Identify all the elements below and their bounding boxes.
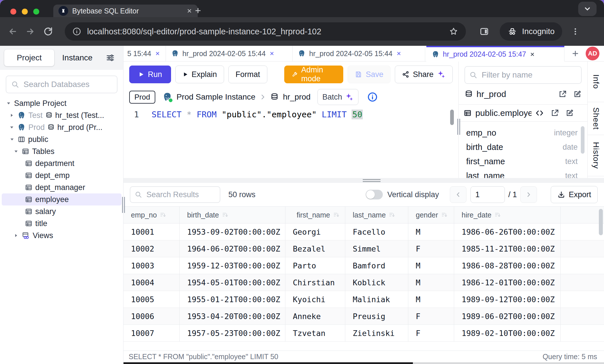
close-window-button[interactable] [10,9,16,15]
editor-tab-3-active[interactable]: hr_prod 2024-02-05 15:47 [426,46,564,62]
format-button[interactable]: Format [228,66,267,83]
browser-tab-close-icon[interactable] [186,8,193,14]
minimize-window-button[interactable] [22,9,28,15]
tree-item-dept-emp[interactable]: dept_emp [0,169,123,181]
explain-button[interactable]: Explain [175,66,224,83]
tree-item-hr-prod[interactable]: Prod hr_prod (Pr... [0,121,123,133]
database-name[interactable]: hr_prod [283,92,311,102]
editor-tab-0[interactable]: 5 15:44 [123,46,166,61]
browser-tab[interactable]: Bytebase SQL Editor [53,5,198,17]
reload-icon[interactable] [43,26,53,37]
tree-item-title[interactable]: title [0,217,123,230]
column-row[interactable]: first_name text [466,154,578,169]
header-cell[interactable]: first_name [285,207,345,223]
table-row[interactable]: 100021964-06-02T00:00:00ZBezalelSimmelF1… [123,240,604,257]
caret-down-icon[interactable] [9,125,15,130]
tree-item-public-schema[interactable]: public [0,133,123,145]
external-link-icon[interactable] [558,90,567,98]
caret-down-icon[interactable] [13,149,19,154]
caret-right-icon[interactable] [13,233,19,238]
close-tab-icon[interactable] [530,52,535,57]
table-row[interactable]: 100071957-05-23T00:00:00ZTzvetanZielinsk… [123,325,604,342]
editor-tab-2[interactable]: hr_prod 2024-02-05 15:44 [293,46,425,61]
close-tab-icon[interactable] [396,51,402,56]
user-avatar[interactable]: AD [586,47,599,60]
search-databases-input[interactable] [23,80,112,89]
edit-icon[interactable] [565,109,574,117]
caret-right-icon[interactable] [9,113,15,118]
table-scrollbar-thumb[interactable] [599,209,603,235]
header-cell[interactable]: birth_date [180,207,285,223]
run-button[interactable]: Run [129,66,171,83]
results-splitter[interactable] [123,178,604,183]
tree-item-salary[interactable]: salary [0,205,123,217]
results-search[interactable] [130,186,220,203]
url-bar[interactable]: localhost:8080/sql-editor/prod-sample-in… [65,22,466,41]
back-icon[interactable] [7,26,18,37]
sort-icon[interactable] [333,211,340,218]
filter-by-name-input[interactable] [481,70,577,80]
browser-menu-icon[interactable] [571,27,580,36]
table-row[interactable]: 100051955-01-21T00:00:00ZKyoichiMaliniak… [123,291,604,308]
external-link-icon[interactable] [550,109,559,117]
code-icon[interactable] [535,108,544,118]
tab-search-button[interactable] [578,2,597,16]
tree-item-sample-project[interactable]: Sample Project [0,97,123,109]
share-button[interactable]: Share [395,66,453,83]
edit-icon[interactable] [573,90,582,98]
sort-icon[interactable] [494,211,501,218]
sidebar-resize-handle[interactable] [122,197,125,213]
database-search[interactable] [6,76,117,93]
batch-button[interactable]: Batch [317,89,358,105]
info-icon[interactable] [367,92,378,102]
editor-panel-resize-handle[interactable] [457,119,460,135]
table-row[interactable]: 100041954-05-01T00:00:00ZChirstianKoblic… [123,274,604,291]
tree-item-employee-selected[interactable]: employee [2,193,121,205]
caret-down-icon[interactable] [6,101,11,106]
export-button[interactable]: Export [551,186,598,203]
sort-icon[interactable] [160,211,166,218]
tab-instance[interactable]: Instance [54,49,100,66]
column-row[interactable]: emp_no integer [466,126,578,140]
next-page-button[interactable] [520,186,537,203]
sidebar-settings-icon[interactable] [105,53,115,63]
tab-info[interactable]: Info [588,62,604,102]
column-row[interactable]: birth_date date [466,140,578,154]
search-results-input[interactable] [146,190,216,199]
page-number-input[interactable] [470,186,505,203]
tree-item-tables-group[interactable]: Tables [0,145,123,157]
table-row[interactable]: 100011953-09-02T00:00:00ZGeorgiFacelloM1… [123,223,604,240]
editor-tab-1[interactable]: hr_prod 2024-02-05 15:44 [166,46,293,61]
column-list-scrollbar-thumb[interactable] [581,126,585,154]
tab-history[interactable]: History [588,135,604,176]
sql-code-area[interactable]: 1 SELECT * FROM "public"."employee" LIMI… [123,105,458,178]
splitter-drag-handle[interactable] [363,179,381,182]
tree-item-views-group[interactable]: Views [0,230,123,242]
header-cell[interactable]: last_name [345,207,408,223]
close-tab-icon[interactable] [269,51,275,56]
forward-icon[interactable] [25,26,36,37]
tree-item-department[interactable]: department [0,157,123,169]
save-button[interactable]: Save [348,66,391,83]
tree-item-hr-test[interactable]: Test hr_test (Test... [0,109,123,121]
sort-icon[interactable] [389,211,395,218]
table-row[interactable]: 100061953-04-20T00:00:00ZAnnekePreusigF1… [123,308,604,325]
new-query-tab-button[interactable] [571,49,580,58]
admin-mode-button[interactable]: Admin mode [284,66,344,83]
maximize-window-button[interactable] [33,9,39,15]
header-cell[interactable]: emp_no [123,207,180,223]
side-panel-icon[interactable] [479,26,489,37]
vertical-display-toggle[interactable] [366,190,383,199]
close-tab-icon[interactable] [155,51,160,56]
tab-sheet[interactable]: Sheet [588,102,604,135]
header-cell[interactable]: gender [408,207,454,223]
site-info-icon[interactable] [72,27,81,36]
caret-down-icon[interactable] [9,137,15,142]
table-row[interactable]: 100031959-12-03T00:00:00ZPartoBamfordM19… [123,257,604,274]
sort-icon[interactable] [222,211,229,218]
bookmark-star-icon[interactable] [449,27,458,36]
header-cell[interactable]: hire_date [454,207,561,223]
sort-icon[interactable] [441,211,448,218]
tree-item-dept-manager[interactable]: dept_manager [0,181,123,193]
new-tab-button[interactable] [194,6,202,15]
